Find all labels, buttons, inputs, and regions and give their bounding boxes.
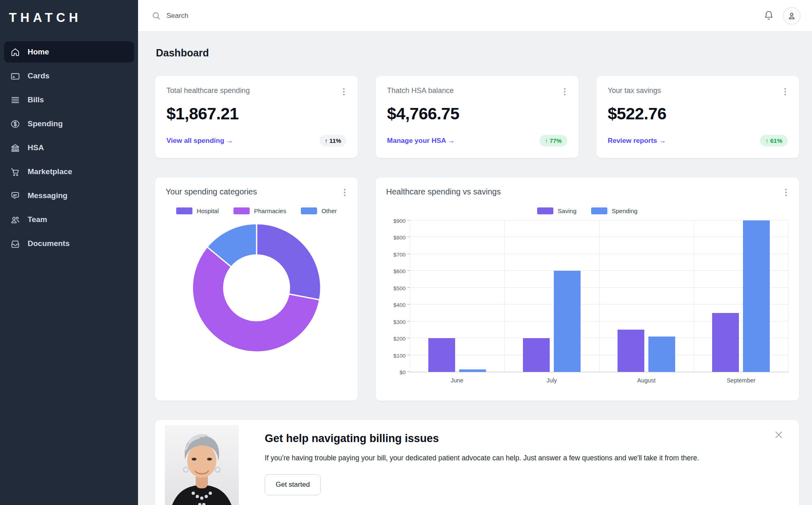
marketplace-icon: [10, 166, 20, 177]
brand-logo: THATCH: [0, 0, 138, 31]
documents-icon: [10, 238, 20, 249]
y-axis-tick-label: $500: [393, 285, 406, 291]
sidebar-item-label: HSA: [28, 143, 44, 152]
manage-hsa-link[interactable]: Manage your HSA →: [387, 137, 455, 145]
sidebar-item-documents[interactable]: Documents: [4, 233, 134, 254]
user-icon: [787, 11, 796, 20]
axis-tick: [407, 220, 410, 220]
sidebar-item-spending[interactable]: Spending: [4, 113, 134, 134]
dashboard-content: Dashboard Total healthcare spending $1,8…: [138, 32, 812, 505]
stat-card-tax-savings: Your tax savings $522.76 Review reports …: [596, 76, 799, 158]
stat-card-label: Total healthcare spending: [166, 86, 250, 95]
sidebar: THATCH HomeCardsBillsSpendingHSAMarketpl…: [0, 0, 138, 505]
banner-close-button[interactable]: [774, 430, 784, 441]
bar-chart: $0$100$200$300$400$500$600$700$800$900: [386, 221, 788, 372]
sidebar-item-label: Team: [28, 215, 47, 224]
sidebar-item-label: Cards: [28, 71, 50, 80]
banner-content: Get help navigating billing issues If yo…: [239, 420, 699, 505]
sidebar-item-messaging[interactable]: Messaging: [4, 185, 134, 206]
legend-swatch: [301, 207, 317, 214]
sidebar-item-team[interactable]: Team: [4, 209, 134, 230]
sidebar-item-hsa[interactable]: HSA: [4, 137, 134, 158]
bar-group-june: [410, 221, 504, 372]
legend-label: Spending: [612, 207, 637, 214]
bar-saving-july: [523, 338, 550, 372]
bar-chart-y-axis: $0$100$200$300$400$500$600$700$800$900: [386, 221, 410, 372]
bar-spending-july: [554, 271, 581, 372]
y-axis-tick-label: $900: [393, 218, 406, 224]
stat-card-value: $522.76: [608, 104, 788, 123]
bar-spending-august: [648, 337, 675, 372]
stat-card-label: Your tax savings: [608, 86, 661, 95]
donut-legend: HospitalPharmaciesOther: [166, 207, 347, 214]
kebab-menu-icon[interactable]: [562, 86, 567, 97]
bar-saving-june: [428, 338, 455, 372]
sidebar-item-cards[interactable]: Cards: [4, 65, 134, 86]
home-icon: [10, 47, 20, 57]
spending-categories-card: Your spending categories HospitalPharmac…: [155, 177, 358, 401]
bar-spending-september: [743, 220, 770, 372]
bar-legend: SavingSpending: [386, 207, 788, 214]
x-axis-label-june: June: [410, 372, 504, 384]
legend-item-hospital: Hospital: [176, 207, 219, 214]
sidebar-item-label: Documents: [28, 239, 69, 248]
kebab-menu-icon[interactable]: [783, 86, 788, 97]
stat-card-value: $1,867.21: [166, 104, 346, 123]
notifications-button[interactable]: [764, 11, 774, 21]
legend-item-spending: Spending: [591, 207, 637, 214]
y-axis-tick-label: $400: [393, 302, 406, 308]
sidebar-item-label: Spending: [28, 119, 63, 128]
y-axis-tick-label: $100: [393, 352, 406, 358]
advocate-photo: [165, 425, 239, 505]
close-icon: [774, 430, 784, 440]
sidebar-item-label: Messaging: [28, 191, 67, 200]
stat-cards-row: Total healthcare spending $1,867.21 View…: [155, 76, 799, 158]
x-axis-label-august: August: [599, 372, 694, 384]
banner-body: If you're having trouble paying your bil…: [265, 451, 699, 464]
sidebar-item-bills[interactable]: Bills: [4, 89, 134, 110]
main-area: Dashboard Total healthcare spending $1,8…: [138, 0, 812, 505]
up-arrow-icon: ↑: [325, 137, 328, 144]
bar-saving-august: [618, 330, 644, 372]
bills-icon: [10, 95, 20, 105]
y-axis-tick-label: $0: [400, 369, 406, 376]
y-axis-tick-label: $800: [393, 235, 406, 241]
donut-segment-hospital: [257, 224, 321, 300]
sidebar-item-label: Marketplace: [28, 167, 72, 176]
bar-chart-plot: [410, 221, 788, 372]
donut-chart: [166, 221, 347, 355]
bar-saving-september: [712, 313, 739, 372]
user-avatar-button[interactable]: [783, 7, 801, 25]
bar-group-july: [504, 221, 599, 372]
sidebar-nav: HomeCardsBillsSpendingHSAMarketplaceMess…: [0, 41, 138, 254]
sidebar-item-label: Bills: [28, 95, 44, 104]
messaging-icon: [10, 190, 20, 201]
kebab-menu-icon[interactable]: [341, 86, 346, 97]
sidebar-item-label: Home: [28, 47, 49, 56]
app-root: THATCH HomeCardsBillsSpendingHSAMarketpl…: [0, 0, 812, 505]
trend-value: 11%: [329, 137, 341, 144]
topbar-actions: [764, 7, 801, 25]
y-axis-tick-label: $600: [393, 268, 406, 274]
y-axis-tick-label: $200: [393, 336, 406, 342]
search-input[interactable]: [166, 12, 337, 20]
sidebar-item-marketplace[interactable]: Marketplace: [4, 161, 134, 182]
bell-icon: [764, 11, 774, 21]
sidebar-item-home[interactable]: Home: [4, 41, 134, 63]
stat-card-label: Thatch HSA balance: [387, 86, 454, 95]
legend-label: Pharmacies: [254, 207, 286, 214]
view-all-spending-link[interactable]: View all spending →: [166, 137, 233, 145]
get-started-button[interactable]: Get started: [265, 474, 321, 495]
team-icon: [10, 214, 20, 225]
review-reports-link[interactable]: Review reports →: [608, 137, 666, 145]
legend-label: Saving: [558, 207, 577, 214]
cards-icon: [10, 71, 20, 81]
bar-group-august: [599, 221, 694, 372]
bar-group-september: [694, 221, 788, 372]
kebab-menu-icon[interactable]: [342, 187, 347, 198]
kebab-menu-icon[interactable]: [784, 187, 788, 198]
legend-label: Hospital: [197, 207, 219, 214]
bar-chart-x-axis: JuneJulyAugustSeptember: [410, 372, 788, 384]
gridline: [410, 220, 788, 220]
up-arrow-icon: ↑: [545, 137, 548, 144]
